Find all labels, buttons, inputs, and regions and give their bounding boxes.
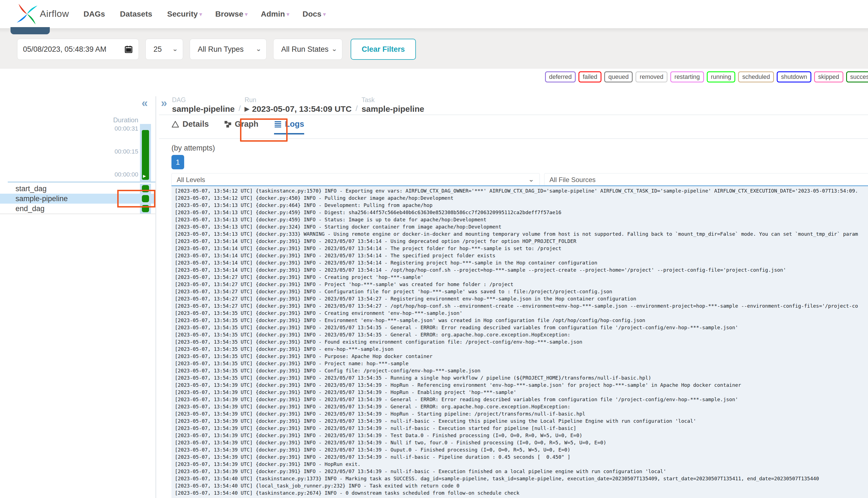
nav-menu-item[interactable]: Security▾ [167,10,202,18]
log-line: [2023-05-07, 13:54:14 UTC] {docker.py:39… [175,252,868,259]
page-size-select[interactable]: 25 ⌄ [145,39,183,60]
partial-grid-button[interactable] [11,27,50,34]
log-line: [2023-05-07, 13:54:35 UTC] {docker.py:39… [175,317,868,324]
airflow-logo-icon [16,2,38,27]
task-state-square-success[interactable] [142,205,149,212]
run-datetime-input[interactable]: 05/08/2023, 05:48:39 AM [17,39,139,60]
nav-menu-item[interactable]: DAGs [83,10,107,18]
attempt-1-button[interactable]: 1 [171,155,184,169]
run-states-select[interactable]: All Run States ⌄ [273,39,342,60]
state-badge[interactable]: scheduled [738,71,774,82]
state-badge[interactable]: queued [604,71,633,82]
log-line: [2023-05-07, 13:54:27 UTC] {docker.py:39… [175,295,868,302]
task-name: start_dag [15,185,47,193]
log-line: [2023-05-07, 13:54:39 UTC] {docker.py:39… [175,461,868,468]
log-line: [2023-05-07, 13:54:14 UTC] {docker.py:39… [175,259,868,266]
log-line: [2023-05-07, 13:54:13 UTC] {docker.py:45… [175,209,868,216]
run-play-icon: ▶ [245,105,250,113]
clear-filters-button[interactable]: Clear Filters [351,39,416,60]
run-types-select[interactable]: All Run Types ⌄ [190,39,267,60]
breadcrumb-run-label: Run [245,96,352,104]
task-list-divider [0,213,156,214]
log-line: [2023-05-07, 13:54:39 UTC] {docker.py:39… [175,389,868,396]
log-line: [2023-05-07, 13:54:35 UTC] {docker.py:39… [175,338,868,345]
state-badge[interactable]: shutdown [777,71,811,82]
breadcrumb-task[interactable]: Task sample-pipeline [361,96,424,114]
nav-menu-item[interactable]: Admin▾ [261,10,289,18]
log-line: [2023-05-07, 13:54:39 UTC] {docker.py:39… [175,454,868,461]
tab-graph[interactable]: Graph [224,119,258,134]
state-badge[interactable]: running [707,71,735,82]
state-badge[interactable]: removed [636,71,668,82]
log-line: [2023-05-07, 13:54:39 UTC] {docker.py:39… [175,425,868,432]
task-row[interactable]: end_dag [0,204,156,213]
log-levels-select[interactable]: All Levels ⌄ [171,173,540,186]
log-line: [2023-05-07, 13:54:35 UTC] {docker.py:39… [175,310,868,317]
collapse-sidebar-button[interactable]: « [142,97,148,108]
task-name: sample-pipeline [15,195,68,203]
log-line: [2023-05-07, 13:54:13 UTC] {docker.py:45… [175,216,868,223]
log-levels-value: All Levels [177,176,205,184]
state-badge[interactable]: failed [578,71,601,82]
duration-bar-success[interactable] [142,130,149,180]
nav-menu-item[interactable]: Docs▾ [303,10,326,18]
breadcrumb: DAG sample-pipeline / Run ▶ 2023-05-07, … [172,96,424,114]
run-types-value: All Run Types [198,45,244,54]
log-line: [2023-05-07, 13:54:27 UTC] {docker.py:39… [175,274,868,281]
task-state-square-success[interactable] [142,195,149,202]
task-row[interactable]: sample-pipeline [0,194,156,204]
nav-menu-item[interactable]: Datasets [120,10,154,18]
calendar-icon[interactable] [124,44,133,54]
state-legend: deferred failed queued removed restartin… [545,71,868,82]
chevron-down-icon: ▾ [199,11,202,17]
task-state-square-success[interactable] [142,185,149,192]
breadcrumb-task-value[interactable]: sample-pipeline [361,104,424,114]
tabs-divider [159,138,868,139]
brand-title: Airflow [40,8,69,19]
chevron-down-icon: ▾ [286,11,289,17]
task-row[interactable]: start_dag [0,184,156,194]
file-sources-value: All File Sources [549,176,596,184]
chevron-down-icon: ▾ [245,11,248,17]
breadcrumb-dag-value[interactable]: sample-pipeline [172,104,235,114]
log-line: [2023-05-07, 13:54:12 UTC] {docker.py:45… [175,195,868,202]
axis-tick-label: 00:00:31 [115,125,138,132]
breadcrumb-dag[interactable]: DAG sample-pipeline [172,96,235,114]
duration-axis-title: Duration [83,116,138,124]
log-line: [2023-05-07, 13:54:39 UTC] {docker.py:39… [175,403,868,410]
chevron-down-icon: ⌄ [332,46,337,52]
breadcrumb-run-value[interactable]: 2023-05-07, 13:54:09 UTC [252,104,351,114]
breadcrumb-separator: / [239,104,241,114]
log-line: [2023-05-07, 13:54:35 UTC] {docker.py:39… [175,360,868,367]
header-divider [159,115,868,115]
state-badge[interactable]: restarting [670,71,704,82]
log-output[interactable]: [2023-05-07, 13:54:12 UTC] {taskinstance… [171,185,868,498]
nav-menu-item[interactable]: Browse▾ [215,10,248,18]
log-line: [2023-05-07, 13:54:13 UTC] {docker.py:32… [175,223,868,231]
log-line: [2023-05-07, 13:54:13 UTC] {docker.py:46… [175,202,868,209]
expand-panel-button[interactable]: » [161,97,167,108]
task-name: end_dag [15,205,44,213]
state-badge[interactable]: success [846,71,868,82]
log-line: [2023-05-07, 13:54:40 UTC] {taskinstance… [175,475,868,482]
log-line: [2023-05-07, 13:54:12 UTC] {taskinstance… [175,187,868,195]
state-badge[interactable]: skipped [814,71,843,82]
task-list: start_dag sample-pipeline end_dag [0,184,156,213]
duration-axis-ticks: 00:00:3100:00:1500:00:00 [82,125,138,178]
tab-details[interactable]: Details [171,119,209,134]
log-line: [2023-05-07, 13:54:39 UTC] {docker.py:39… [175,410,868,418]
state-badge[interactable]: deferred [545,71,576,82]
log-line: [2023-05-07, 13:54:14 UTC] {docker.py:39… [175,266,868,274]
axis-tick-label: 00:00:00 [115,171,138,178]
tab-logs[interactable]: Logs [274,119,304,134]
chevron-down-icon: ⌄ [172,46,178,52]
log-line: [2023-05-07, 13:54:27 UTC] {docker.py:39… [175,288,868,295]
page-size-value: 25 [153,45,162,54]
list-lines-icon [274,121,282,128]
breadcrumb-run[interactable]: Run ▶ 2023-05-07, 13:54:09 UTC [245,96,352,114]
graph-icon [224,121,231,128]
sidebar-divider[interactable] [156,96,156,498]
file-sources-select[interactable]: All File Sources [544,173,868,186]
log-line: [2023-05-07, 13:54:27 UTC] {docker.py:39… [175,281,868,288]
breadcrumb-separator: / [356,104,358,114]
